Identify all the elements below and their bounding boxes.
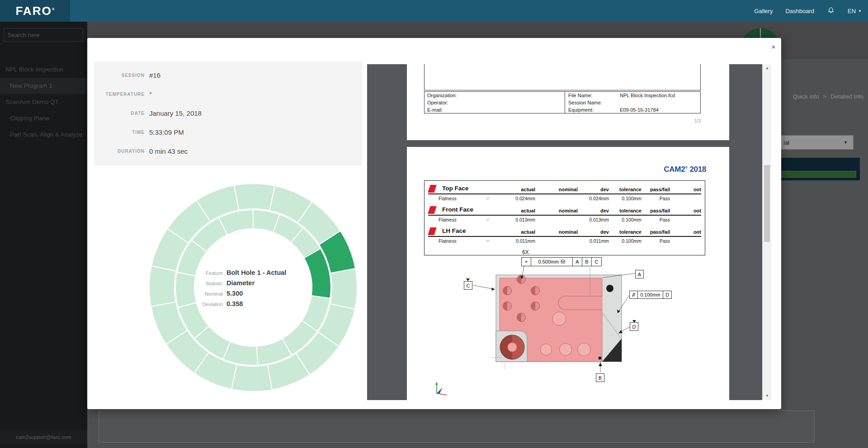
axis-triad-icon bbox=[435, 382, 447, 395]
donut-segment[interactable] bbox=[234, 184, 275, 211]
pdf-page-1: Organization: File Name: NPL Block Inspe… bbox=[407, 64, 729, 140]
donut-segment[interactable] bbox=[149, 266, 176, 307]
faro-logo[interactable]: FARO® bbox=[0, 0, 70, 22]
session-row: SESSION #16 bbox=[94, 66, 363, 85]
donut-segment[interactable] bbox=[231, 364, 272, 391]
chevron-down-icon: ▼ bbox=[858, 9, 862, 13]
report-header-box bbox=[424, 64, 701, 90]
language-selector[interactable]: EN ▼ bbox=[848, 8, 862, 14]
pdf-scrollbar[interactable]: ▲ ▼ bbox=[762, 64, 771, 400]
mmc-modifier-icon: Ⓜ bbox=[560, 259, 565, 265]
scroll-down-icon[interactable]: ▼ bbox=[763, 392, 772, 400]
session-detail-modal: × SESSION #16 TEMPERATURE ° DATE January… bbox=[87, 38, 781, 409]
donut-segment[interactable] bbox=[330, 269, 357, 309]
session-info-card: SESSION #16 TEMPERATURE ° DATE January 1… bbox=[94, 61, 363, 165]
scroll-up-icon[interactable]: ▲ bbox=[763, 64, 772, 72]
datum-flag-d: D bbox=[630, 322, 638, 331]
pdf-report-viewer: Organization: File Name: NPL Block Inspe… bbox=[367, 64, 762, 400]
nav-gallery-link[interactable]: Gallery bbox=[754, 8, 773, 14]
temperature-row: TEMPERATURE ° bbox=[94, 85, 363, 104]
pdf-page-2: CAM2® 2018 Top Face actual nominal dev t… bbox=[407, 147, 729, 400]
sunburst-center-info: FeatureBolt Hole 1 - Actual StatisticDia… bbox=[188, 268, 301, 309]
datum-flag-a: A bbox=[635, 270, 644, 278]
notifications-button[interactable] bbox=[827, 6, 835, 16]
app-screen: Quick info > Detailed Info ial ▼ NPL Blo… bbox=[0, 0, 868, 448]
hole-count-label: 6X bbox=[522, 249, 529, 255]
parallelism-symbol-icon: // bbox=[630, 291, 638, 298]
bell-icon bbox=[827, 6, 835, 14]
duration-row: DURATION 0 min 43 sec bbox=[94, 141, 363, 160]
page-number: 1/3 bbox=[694, 118, 701, 123]
nav-dashboard-link[interactable]: Dashboard bbox=[785, 8, 814, 14]
position-symbol-icon: ⌖ bbox=[522, 258, 531, 266]
date-row: DATE January 15, 2018 bbox=[94, 104, 363, 123]
scrollbar-thumb[interactable] bbox=[764, 165, 770, 242]
datum-flag-c: C bbox=[464, 281, 472, 290]
position-tolerance-frame: ⌖ 0.500mm Ⓜ A B C bbox=[521, 257, 602, 266]
part-drawing bbox=[407, 147, 729, 400]
datum-flag-b: B bbox=[596, 373, 604, 382]
navbar-links: Gallery Dashboard EN ▼ bbox=[754, 6, 868, 16]
parallelism-tolerance-frame: // 0.100mm D bbox=[629, 291, 672, 299]
top-navbar: FARO® Gallery Dashboard EN ▼ bbox=[0, 0, 868, 22]
time-row: TIME 5:33:09 PM bbox=[94, 123, 363, 141]
close-icon[interactable]: × bbox=[768, 41, 779, 53]
report-info-table: Organization: File Name: NPL Block Inspe… bbox=[424, 91, 701, 113]
